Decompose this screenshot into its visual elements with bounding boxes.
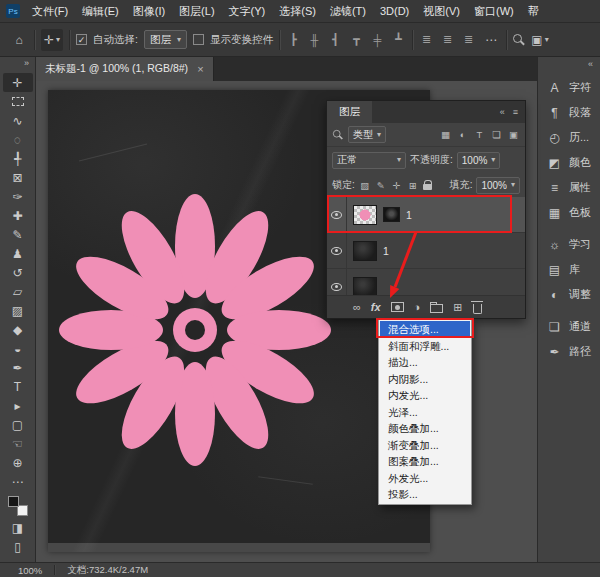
blend-mode-dropdown[interactable]: 正常 ▾ bbox=[332, 152, 406, 169]
panel-menu-icon[interactable]: ≡ bbox=[513, 107, 518, 117]
panel-button-learn[interactable]: ☼ 学习 bbox=[547, 232, 600, 257]
move-tool[interactable]: ✛ bbox=[3, 73, 33, 92]
move-tool-preset-button[interactable]: ✛ ▾ bbox=[41, 29, 63, 51]
crop-tool[interactable]: ╃ bbox=[3, 149, 33, 168]
document-tab[interactable]: 未标题-1 @ 100% (1, RGB/8#) × bbox=[36, 57, 214, 81]
type-tool[interactable]: T bbox=[3, 377, 33, 396]
menu-item-inner-glow[interactable]: 内发光... bbox=[380, 387, 470, 404]
auto-select-checkbox[interactable]: ✓ bbox=[76, 34, 87, 45]
menu-help[interactable]: 帮 bbox=[521, 0, 546, 22]
align-vertical-center-button[interactable]: ╪ bbox=[370, 34, 385, 46]
panel-button-libraries[interactable]: ▤ 库 bbox=[547, 257, 600, 282]
menu-item-gradient-overlay[interactable]: 渐变叠加... bbox=[380, 437, 470, 454]
layer-thumbnail[interactable] bbox=[353, 205, 377, 225]
lock-position-icon[interactable]: ✛ bbox=[391, 180, 403, 191]
panel-button-swatches[interactable]: ▦ 色板 bbox=[547, 200, 600, 225]
align-left-button[interactable]: ┣ bbox=[286, 33, 301, 46]
align-horizontal-center-button[interactable]: ╫ bbox=[307, 34, 322, 46]
marquee-tool[interactable] bbox=[3, 92, 33, 111]
panel-button-paths[interactable]: ✒ 路径 bbox=[547, 339, 600, 364]
lock-artboard-icon[interactable]: ⊞ bbox=[407, 180, 419, 191]
menu-select[interactable]: 选择(S) bbox=[272, 0, 323, 22]
new-layer-icon[interactable]: ⊞ bbox=[453, 302, 462, 313]
auto-select-target-dropdown[interactable]: 图层 ▾ bbox=[144, 30, 187, 49]
layer-row-1[interactable]: 1 bbox=[327, 197, 525, 233]
layer-visibility-toggle[interactable] bbox=[327, 269, 347, 295]
distribute-vertical-button[interactable]: ≣ bbox=[419, 33, 434, 46]
distribute-horizontal-button[interactable]: ≣ bbox=[461, 33, 476, 46]
delete-layer-icon[interactable] bbox=[473, 304, 482, 314]
blur-tool[interactable]: ◆ bbox=[3, 320, 33, 339]
menu-3d[interactable]: 3D(D) bbox=[373, 0, 416, 22]
more-options-button[interactable]: ⋯ bbox=[482, 29, 500, 51]
close-tab-icon[interactable]: × bbox=[197, 63, 203, 75]
lock-transparent-pixels-icon[interactable]: ▨ bbox=[359, 180, 371, 191]
menu-item-color-overlay[interactable]: 颜色叠加... bbox=[380, 420, 470, 437]
screen-mode-button[interactable]: ▯ bbox=[3, 537, 33, 556]
collapse-dock-icon[interactable]: « bbox=[547, 59, 600, 75]
add-layer-style-fx-button[interactable]: fx bbox=[371, 301, 381, 313]
menu-item-satin[interactable]: 光泽... bbox=[380, 404, 470, 421]
menu-item-stroke[interactable]: 描边... bbox=[380, 354, 470, 371]
quick-mask-button[interactable]: ◨ bbox=[3, 518, 33, 537]
menu-item-outer-glow[interactable]: 外发光... bbox=[380, 470, 470, 487]
clone-stamp-tool[interactable]: ♟ bbox=[3, 244, 33, 263]
show-transform-checkbox[interactable] bbox=[193, 34, 204, 45]
panel-button-paragraph[interactable]: ¶ 段落 bbox=[547, 100, 600, 125]
link-layers-icon[interactable]: ∞ bbox=[353, 302, 361, 313]
filter-shape-layers-icon[interactable]: ❏ bbox=[490, 129, 503, 140]
opacity-dropdown[interactable]: 100% ▾ bbox=[457, 152, 501, 169]
panel-button-channels[interactable]: ❏ 通道 bbox=[547, 314, 600, 339]
pen-tool[interactable]: ✒ bbox=[3, 358, 33, 377]
workspace-switcher-button[interactable]: ▣ ▾ bbox=[531, 29, 549, 51]
filter-type-layers-icon[interactable]: T bbox=[473, 129, 486, 140]
eyedropper-tool[interactable]: ✑ bbox=[3, 187, 33, 206]
frame-tool[interactable]: ⊠ bbox=[3, 168, 33, 187]
filter-pixel-layers-icon[interactable]: ▦ bbox=[439, 129, 452, 140]
zoom-level[interactable]: 100% bbox=[18, 565, 42, 576]
lock-all-icon[interactable] bbox=[423, 180, 432, 191]
menu-filter[interactable]: 滤镜(T) bbox=[323, 0, 373, 22]
brush-tool[interactable]: ✎ bbox=[3, 225, 33, 244]
layer-row-2[interactable]: 1 bbox=[327, 233, 525, 269]
search-icon[interactable] bbox=[513, 34, 525, 46]
menu-item-blending-options[interactable]: 混合选项... bbox=[380, 321, 470, 338]
layer-thumbnail[interactable] bbox=[353, 277, 377, 296]
healing-brush-tool[interactable]: ✚ bbox=[3, 206, 33, 225]
panel-button-adjustments[interactable]: ◐ 调整 bbox=[547, 282, 600, 307]
filter-adjustment-layers-icon[interactable]: ◐ bbox=[456, 129, 469, 140]
collapse-tools-icon[interactable]: » bbox=[24, 58, 35, 73]
align-right-button[interactable]: ┫ bbox=[328, 33, 343, 46]
add-layer-mask-icon[interactable] bbox=[391, 302, 404, 312]
edit-toolbar-button[interactable]: ⋯ bbox=[3, 472, 33, 491]
align-bottom-button[interactable]: ┻ bbox=[391, 33, 406, 46]
dodge-tool[interactable]: ◒ bbox=[3, 339, 33, 358]
path-selection-tool[interactable]: ▸ bbox=[3, 396, 33, 415]
shape-tool[interactable]: ▢ bbox=[3, 415, 33, 434]
fill-dropdown[interactable]: 100% ▾ bbox=[476, 177, 520, 194]
history-brush-tool[interactable]: ↺ bbox=[3, 263, 33, 282]
hand-tool[interactable]: ☜ bbox=[3, 434, 33, 453]
color-swatches[interactable] bbox=[8, 496, 28, 516]
new-adjustment-layer-icon[interactable]: ◑ bbox=[414, 302, 421, 313]
panel-button-history[interactable]: ◴ 历... bbox=[547, 125, 600, 150]
layer-visibility-toggle[interactable] bbox=[327, 197, 347, 232]
filter-smart-objects-icon[interactable]: ▣ bbox=[507, 129, 520, 140]
layer-mask-thumbnail[interactable] bbox=[383, 207, 400, 222]
menu-image[interactable]: 图像(I) bbox=[126, 0, 172, 22]
gradient-tool[interactable]: ▨ bbox=[3, 301, 33, 320]
menu-type[interactable]: 文字(Y) bbox=[222, 0, 273, 22]
menu-item-pattern-overlay[interactable]: 图案叠加... bbox=[380, 453, 470, 470]
layer-row-3-clipped[interactable] bbox=[327, 269, 525, 295]
menu-edit[interactable]: 编辑(E) bbox=[75, 0, 126, 22]
foreground-color-swatch[interactable] bbox=[8, 496, 19, 507]
panel-button-color[interactable]: ◩ 颜色 bbox=[547, 150, 600, 175]
zoom-tool[interactable]: ⊕ bbox=[3, 453, 33, 472]
new-group-icon[interactable] bbox=[430, 304, 443, 313]
filter-kind-dropdown[interactable]: 类型 ▾ bbox=[348, 126, 386, 143]
distribute-center-button[interactable]: ≣ bbox=[440, 33, 455, 46]
menu-layer[interactable]: 图层(L) bbox=[172, 0, 221, 22]
menu-window[interactable]: 窗口(W) bbox=[467, 0, 521, 22]
menu-item-drop-shadow[interactable]: 投影... bbox=[380, 486, 470, 503]
menu-item-inner-shadow[interactable]: 内阴影... bbox=[380, 371, 470, 388]
